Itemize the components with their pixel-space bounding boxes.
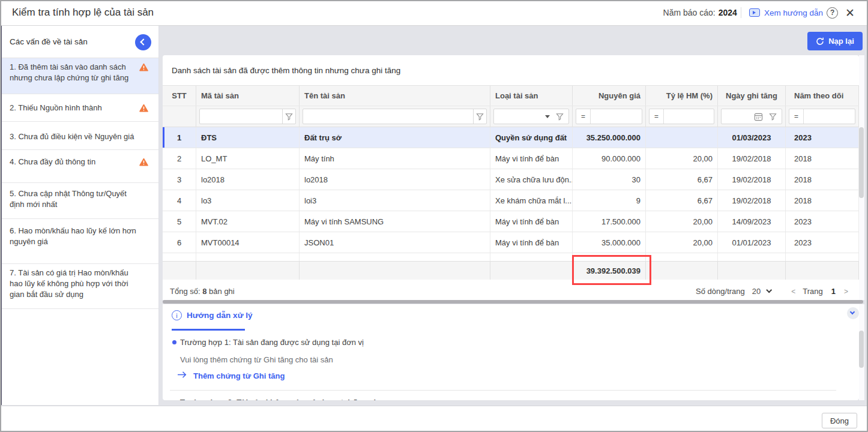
- chevron-down-icon: [767, 287, 773, 293]
- add-increase-voucher-link[interactable]: Thêm chứng từ Ghi tăng: [193, 371, 285, 380]
- filter-icon: [476, 113, 484, 121]
- cell-stt: 6: [163, 232, 196, 253]
- cell-stt: 2: [163, 148, 196, 169]
- guidance-tab-underline: [172, 329, 245, 331]
- filter-input-ngay[interactable]: [721, 109, 782, 124]
- cell-ma: LO_MT: [196, 148, 300, 169]
- dialog-header: Kiểm tra tính hợp lệ của tài sản Năm báo…: [0, 0, 868, 26]
- filter-input-loai[interactable]: [493, 109, 569, 124]
- page-size-select[interactable]: 20: [752, 287, 771, 296]
- cell-nguyen-gia: 35.000.000: [573, 232, 646, 253]
- close-icon[interactable]: ✕: [845, 7, 855, 19]
- table-panel: Danh sách tài sản đã được thêm thông tin…: [163, 55, 859, 300]
- column-header-7: Ngày ghi tăng: [718, 86, 786, 106]
- close-dialog-button[interactable]: Đóng: [822, 413, 857, 428]
- filter-input-nguyen-gia[interactable]: =: [576, 109, 642, 124]
- sidebar-item-4[interactable]: 4. Chưa đầy đủ thông tin: [0, 150, 158, 183]
- pagination-bar: Tổng số: 8 bản ghi Số dòng/trang 20 < Tr…: [163, 280, 859, 300]
- warning-icon: [139, 104, 148, 112]
- sidebar-item-5[interactable]: 5. Chưa cập nhật Thông tư/Quyết định mới…: [0, 183, 158, 219]
- table-row-4[interactable]: 4lo3loi3Xe khám chữa mắt l...96,6719/02/…: [163, 190, 859, 211]
- cell-empty: [646, 253, 718, 261]
- collapse-guidance-button[interactable]: [847, 307, 859, 319]
- chevron-left-icon: [140, 38, 146, 45]
- cell-ngay: 19/02/2018: [718, 169, 786, 190]
- prev-page-button[interactable]: <: [791, 287, 795, 296]
- table-row-6[interactable]: 6MVT00014JSON01Máy vi tính để bàn35.000.…: [163, 232, 859, 253]
- header-divider: [741, 7, 741, 18]
- help-icon[interactable]: ?: [827, 7, 838, 19]
- cell-total: [163, 262, 196, 280]
- page-size-label: Số dòng/trang: [696, 287, 745, 296]
- cell-ma: lo2018: [196, 169, 300, 190]
- cell-loai: Máy vi tính để bàn: [490, 232, 573, 253]
- guidance-tab[interactable]: i Hướng dẫn xử lý: [172, 310, 252, 320]
- filter-cell-loai: [490, 106, 573, 127]
- guidance-divider: [170, 390, 836, 391]
- table-row-1[interactable]: 1ĐTSĐất trụ sởQuyền sử dụng đất35.250.00…: [163, 127, 859, 148]
- filter-icon: [285, 113, 293, 121]
- collapse-sidebar-button[interactable]: [135, 34, 151, 50]
- cell-stt: 4: [163, 190, 196, 211]
- filter-cell-stt: [163, 106, 196, 127]
- guidance-case1-desc: Vui lòng thêm chứng từ Ghi tăng cho tài …: [180, 355, 333, 364]
- filter-icon: [769, 113, 777, 121]
- cell-stt: 1: [163, 127, 196, 148]
- cell-ma: ĐTS: [196, 127, 300, 148]
- cell-ten: Đất trụ sở: [300, 127, 490, 148]
- cell-ngay: 14/09/2023: [718, 211, 786, 232]
- cell-ngay: 01/03/2023: [718, 127, 786, 148]
- table-row-3[interactable]: 3lo2018lo2018Xe sửa chữa lưu độn...306,6…: [163, 169, 859, 190]
- sidebar-item-6[interactable]: 6. Hao mòn/khấu hao lũy kế lớn hơn nguyê…: [0, 219, 158, 264]
- filter-input-ty-le[interactable]: =: [649, 109, 714, 124]
- cell-stt: 5: [163, 211, 196, 232]
- cell-total: [786, 262, 859, 280]
- cell-empty: [163, 253, 196, 261]
- dropdown-caret-icon: [545, 115, 550, 118]
- cell-ten: JSON01: [300, 232, 490, 253]
- cell-loai: Máy vi tính để bàn: [490, 211, 573, 232]
- table-row-2[interactable]: 2LO_MTMáy tínhMáy vi tính để bàn90.000.0…: [163, 148, 859, 169]
- video-icon: [749, 8, 760, 17]
- cell-total: [300, 262, 490, 280]
- next-page-button[interactable]: >: [844, 287, 848, 296]
- chevron-down-icon: [850, 310, 855, 314]
- cell-ngay: 19/02/2018: [718, 148, 786, 169]
- reload-button[interactable]: Nạp lại: [807, 32, 863, 50]
- filter-cell-ten: [300, 106, 490, 127]
- sidebar: Các vấn đề về tài sản 1. Đã thêm tài sản…: [0, 26, 159, 405]
- guidance-case1-title: Trường hợp 1: Tài sản đang được sử dụng …: [180, 338, 364, 347]
- view-guide-link[interactable]: Xem hướng dẫn: [749, 8, 823, 17]
- cell-loai: Xe khám chữa mắt l...: [490, 190, 573, 211]
- filter-cell-ty-le: =: [646, 106, 718, 127]
- total-records: Tổng số: 8 bản ghi: [170, 287, 235, 296]
- cell-empty: [490, 253, 573, 261]
- filter-cell-ma: [196, 106, 300, 127]
- table-row-5[interactable]: 5MVT.02Máy vi tính SAMSUNGMáy vi tính để…: [163, 211, 859, 232]
- sidebar-item-label: 6. Hao mòn/khấu hao lũy kế lớn hơn nguyê…: [10, 226, 136, 246]
- cell-ma: MVT.02: [196, 211, 300, 232]
- table-vscrollbar-thumb[interactable]: [859, 127, 864, 198]
- sidebar-item-3[interactable]: 3. Chưa đủ điều kiện về Nguyên giá: [0, 122, 158, 150]
- sidebar-item-1[interactable]: 1. Đã thêm tài sản vào danh sách nhưng c…: [0, 58, 158, 94]
- filter-input-ma[interactable]: [199, 109, 296, 124]
- cell-nam: 2018: [786, 148, 859, 169]
- warning-icon: [139, 158, 148, 166]
- filter-input-nam[interactable]: =: [789, 109, 855, 124]
- sidebar-item-7[interactable]: 7. Tài sản có giá trị Hao mòn/khấu hao l…: [0, 264, 158, 309]
- cell-loai: Máy vi tính để bàn: [490, 148, 573, 169]
- guidance-vscrollbar-thumb[interactable]: [859, 331, 864, 368]
- cell-total: [490, 262, 573, 280]
- cell-ngay: 01/01/2023: [718, 232, 786, 253]
- cell-ten: loi3: [300, 190, 490, 211]
- sidebar-item-label: 3. Chưa đủ điều kiện về Nguyên giá: [10, 132, 134, 141]
- report-year: Năm báo cáo:2024: [663, 8, 737, 17]
- cell-empty: [196, 253, 300, 261]
- filter-input-ten[interactable]: [303, 109, 487, 124]
- column-header-5: Nguyên giá: [573, 86, 646, 106]
- horizontal-scrollbar[interactable]: [163, 300, 863, 304]
- column-header-4: Loại tài sản: [490, 86, 573, 106]
- cell-stt: 3: [163, 169, 196, 190]
- filter-cell-nam: =: [786, 106, 859, 127]
- sidebar-item-2[interactable]: 2. Thiếu Nguồn hình thành: [0, 94, 158, 122]
